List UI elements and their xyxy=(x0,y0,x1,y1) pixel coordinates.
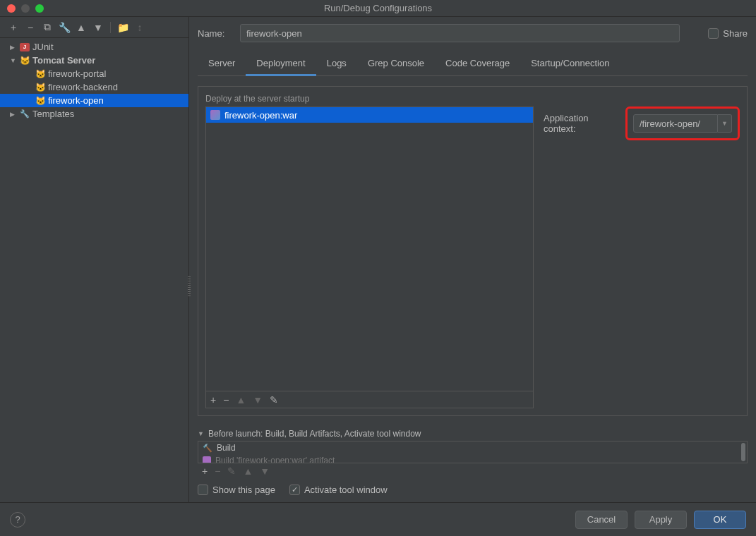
tree-label: firework-backend xyxy=(48,82,188,92)
expand-arrow-icon: ▶ xyxy=(10,44,17,51)
artifact-down-button[interactable]: ▼ xyxy=(253,394,263,406)
app-context-input[interactable] xyxy=(633,114,718,133)
help-button[interactable]: ? xyxy=(10,512,25,528)
show-page-checkbox[interactable] xyxy=(198,485,208,495)
name-label: Name: xyxy=(198,28,233,39)
titlebar: Run/Debug Configurations xyxy=(0,0,756,17)
add-config-button[interactable]: + xyxy=(7,21,20,34)
task-down-button[interactable]: ▼ xyxy=(260,465,270,477)
configurations-sidebar: + − ⧉ 🔧 ▲ ▼ 📁 ↕ ▶ J JUnit ▼ 🐱 T xyxy=(0,17,189,502)
tree-item-firework-open[interactable]: 🐱 firework-open xyxy=(0,94,188,107)
window-minimize-button[interactable] xyxy=(21,4,30,13)
war-artifact-icon xyxy=(210,110,220,120)
tomcat-icon: 🐱 xyxy=(35,96,45,106)
window-maximize-button[interactable] xyxy=(35,4,44,13)
deployment-panel: Deploy at the server startup firework-op… xyxy=(198,86,748,416)
share-checkbox[interactable] xyxy=(708,28,719,39)
tree-item-firework-backend[interactable]: 🐱 firework-backend xyxy=(0,80,188,94)
collapse-arrow-icon: ▼ xyxy=(198,430,205,437)
artifact-label: firework-open:war xyxy=(224,110,297,121)
tomcat-icon: 🐱 xyxy=(20,56,30,66)
activate-label: Activate tool window xyxy=(304,485,388,495)
copy-config-button[interactable]: ⧉ xyxy=(41,21,54,34)
ok-button[interactable]: OK xyxy=(694,511,746,529)
task-label: Build 'firework-open:war' artifact xyxy=(215,456,335,463)
app-context-label: Application context: xyxy=(544,113,621,134)
before-launch-item-artifact[interactable]: Build 'firework-open:war' artifact xyxy=(198,454,747,463)
edit-artifact-button[interactable]: ✎ xyxy=(270,394,278,406)
sort-button[interactable]: ↕ xyxy=(133,21,146,34)
task-label: Build xyxy=(217,443,236,453)
remove-task-button[interactable]: − xyxy=(215,465,220,477)
tree-label: Templates xyxy=(32,109,188,119)
sidebar-toolbar: + − ⧉ 🔧 ▲ ▼ 📁 ↕ xyxy=(0,17,188,38)
tomcat-icon: 🐱 xyxy=(35,69,45,79)
show-page-label: Show this page xyxy=(212,485,275,495)
expand-arrow-icon: ▶ xyxy=(10,111,17,118)
tab-logs[interactable]: Logs xyxy=(316,52,357,75)
tree-label: JUnit xyxy=(32,42,188,52)
tab-deployment[interactable]: Deployment xyxy=(246,52,316,76)
window-close-button[interactable] xyxy=(7,4,16,13)
move-down-button[interactable]: ▼ xyxy=(92,21,104,34)
before-launch-title: Before launch: Build, Build Artifacts, A… xyxy=(208,429,421,439)
main-panel: Name: Share Server Deployment Logs Grep … xyxy=(189,17,756,502)
edit-defaults-button[interactable]: 🔧 xyxy=(58,21,71,34)
move-up-button[interactable]: ▲ xyxy=(75,21,88,34)
remove-artifact-button[interactable]: − xyxy=(223,394,229,406)
folder-button[interactable]: 📁 xyxy=(116,21,129,34)
share-label: Share xyxy=(723,28,748,39)
before-launch-list: 🔨 Build Build 'firework-open:war' artifa… xyxy=(198,441,748,463)
config-tabs: Server Deployment Logs Grep Console Code… xyxy=(198,52,748,76)
apply-button[interactable]: Apply xyxy=(635,511,687,529)
artifact-item[interactable]: firework-open:war xyxy=(206,107,533,123)
tomcat-icon: 🐱 xyxy=(35,83,45,92)
tab-startup-connection[interactable]: Startup/Connection xyxy=(520,52,620,75)
before-launch-item-build[interactable]: 🔨 Build xyxy=(198,441,747,454)
configurations-tree: ▶ J JUnit ▼ 🐱 Tomcat Server 🐱 firework-p… xyxy=(0,38,188,502)
app-context-dropdown-button[interactable]: ▼ xyxy=(718,114,732,133)
before-launch-header[interactable]: ▼ Before launch: Build, Build Artifacts,… xyxy=(198,429,748,439)
tree-label: Tomcat Server xyxy=(32,55,188,66)
highlight-annotation: ▼ xyxy=(625,106,740,140)
tree-item-tomcat[interactable]: ▼ 🐱 Tomcat Server xyxy=(0,54,188,67)
artifact-up-button[interactable]: ▲ xyxy=(236,394,246,406)
tab-code-coverage[interactable]: Code Coverage xyxy=(435,52,520,75)
deploy-label: Deploy at the server startup xyxy=(205,94,534,104)
junit-icon: J xyxy=(20,43,30,51)
add-task-button[interactable]: + xyxy=(202,465,208,477)
edit-task-button[interactable]: ✎ xyxy=(227,465,236,477)
tab-grep-console[interactable]: Grep Console xyxy=(357,52,435,75)
scrollbar[interactable] xyxy=(741,443,745,461)
window-title: Run/Debug Configurations xyxy=(324,3,432,13)
dialog-footer: ? Cancel Apply OK xyxy=(0,502,756,536)
tree-label: firework-open xyxy=(48,95,188,106)
remove-config-button[interactable]: − xyxy=(24,21,37,34)
artifact-icon xyxy=(203,456,211,463)
tab-server[interactable]: Server xyxy=(198,52,246,75)
collapse-arrow-icon: ▼ xyxy=(10,57,17,64)
activate-tool-window-checkbox[interactable] xyxy=(289,485,300,495)
cancel-button[interactable]: Cancel xyxy=(575,511,628,529)
task-up-button[interactable]: ▲ xyxy=(243,465,253,477)
tree-item-templates[interactable]: ▶ 🔧 Templates xyxy=(0,107,188,121)
hammer-icon: 🔨 xyxy=(203,444,212,453)
tree-label: firework-portal xyxy=(48,68,188,79)
add-artifact-button[interactable]: + xyxy=(210,394,216,406)
artifacts-list: firework-open:war + − ▲ ▼ ✎ xyxy=(205,106,534,408)
tree-item-junit[interactable]: ▶ J JUnit xyxy=(0,40,188,54)
tree-item-firework-portal[interactable]: 🐱 firework-portal xyxy=(0,67,188,80)
splitter-handle[interactable] xyxy=(188,275,191,296)
before-launch-section: ▼ Before launch: Build, Build Artifacts,… xyxy=(198,429,748,495)
name-input[interactable] xyxy=(240,24,680,42)
wrench-icon: 🔧 xyxy=(20,109,30,118)
